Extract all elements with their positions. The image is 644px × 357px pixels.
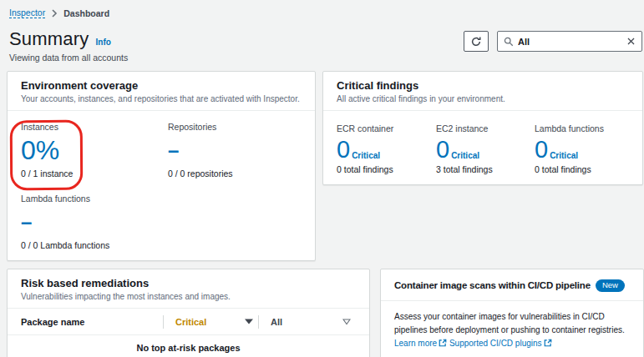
metric-value-row: 0 Critical xyxy=(337,137,436,162)
severity-label: Critical xyxy=(550,151,578,162)
card-description: All active critical findings in your env… xyxy=(337,94,629,103)
info-link[interactable]: Info xyxy=(96,38,111,47)
metric-value: 0 xyxy=(337,137,350,162)
metric-value: 0% xyxy=(21,134,168,166)
metric-detail: 0 / 0 Lambda functions xyxy=(21,240,168,250)
metric-detail: 3 total findings xyxy=(436,164,535,174)
card-title: Risk based remediations xyxy=(21,277,356,289)
metric-value-row: 0 Critical xyxy=(436,137,535,162)
chevron-down-outline-icon xyxy=(342,319,351,325)
card-title: Critical findings xyxy=(337,79,629,92)
search-icon xyxy=(504,37,514,47)
metric-label: ECR container xyxy=(337,123,436,133)
critical-findings-header: Critical findings All active critical fi… xyxy=(323,72,642,111)
metric-label: Repositories xyxy=(168,122,302,132)
metric-value: – xyxy=(21,206,168,238)
metric-label: Instances xyxy=(21,122,168,132)
critical-findings-card: Critical findings All active critical fi… xyxy=(322,71,643,185)
page-title: Summary xyxy=(9,28,89,50)
learn-more-label: Learn more xyxy=(394,339,437,348)
metric-value: – xyxy=(168,134,302,166)
card-description: Your accounts, instances, and repositori… xyxy=(21,94,302,103)
new-badge: New xyxy=(596,279,625,292)
external-link-icon xyxy=(439,339,447,347)
title-row: Summary Info xyxy=(9,28,111,50)
inspector-dashboard-page: Inspector Dashboard Summary Info Viewing… xyxy=(0,0,644,357)
metric-value-row: 0 Critical xyxy=(535,137,629,162)
breadcrumb-current: Dashboard xyxy=(63,8,109,18)
package-name-column-header: Package name xyxy=(21,317,163,327)
supported-plugins-label: Supported CI/CD plugins xyxy=(449,339,542,348)
metric-label: Lambda functions xyxy=(535,123,629,133)
metric-ec2-instance: EC2 instance 0 Critical 3 total findings xyxy=(436,123,535,174)
breadcrumb: Inspector Dashboard xyxy=(9,8,109,18)
metric-ecr-container: ECR container 0 Critical 0 total finding… xyxy=(337,123,436,174)
page-subtitle: Viewing data from all accounts xyxy=(9,53,128,63)
severity-label: Critical xyxy=(451,151,479,162)
metric-label: EC2 instance xyxy=(436,123,535,133)
breadcrumb-inspector-link[interactable]: Inspector xyxy=(9,8,45,18)
external-link-icon xyxy=(544,339,552,347)
card-title: Container image scans within CI/CD pipel… xyxy=(394,280,591,290)
breadcrumb-chevron-icon xyxy=(51,9,58,18)
metric-value: 0 xyxy=(436,137,449,162)
risk-remediations-header: Risk based remediations Vulnerabilities … xyxy=(8,269,369,309)
cicd-scans-card: Container image scans within CI/CD pipel… xyxy=(380,269,644,357)
refresh-icon xyxy=(470,36,482,48)
metric-lambda-functions: Lambda functions – 0 / 0 Lambda function… xyxy=(21,194,168,250)
search-input[interactable] xyxy=(518,37,622,47)
metric-detail: 0 total findings xyxy=(337,164,436,174)
card-description: Vulnerabilities impacting the most insta… xyxy=(21,292,356,301)
metric-detail: 0 / 0 repositories xyxy=(168,168,302,178)
environment-coverage-header: Environment coverage Your accounts, inst… xyxy=(8,72,315,111)
environment-coverage-metrics: Instances 0% 0 / 1 instance Repositories… xyxy=(8,111,315,261)
environment-coverage-card: Environment coverage Your accounts, inst… xyxy=(7,71,316,261)
metric-value: 0 xyxy=(535,137,548,162)
close-icon xyxy=(626,37,636,46)
severity-filter-value: Critical xyxy=(175,317,206,327)
learn-more-link[interactable]: Learn more xyxy=(394,339,447,348)
metric-instances: Instances 0% 0 / 1 instance xyxy=(21,122,168,178)
scope-filter-dropdown[interactable]: All xyxy=(259,317,356,327)
card-title: Environment coverage xyxy=(21,79,302,92)
chevron-down-icon xyxy=(245,319,253,324)
severity-filter-dropdown[interactable]: Critical xyxy=(164,317,258,327)
risk-remediations-card: Risk based remediations Vulnerabilities … xyxy=(7,269,370,357)
cicd-scans-body: Assess your container images for vulnera… xyxy=(381,301,643,357)
severity-label: Critical xyxy=(352,151,380,162)
cicd-description: Assess your container images for vulnera… xyxy=(394,312,625,334)
search-box xyxy=(497,31,642,52)
metric-detail: 0 total findings xyxy=(535,164,629,174)
scope-filter-value: All xyxy=(271,317,282,327)
cicd-scans-header: Container image scans within CI/CD pipel… xyxy=(381,269,643,301)
empty-table-message: No top at-risk packages xyxy=(8,335,369,357)
risk-table-header: Package name Critical All xyxy=(8,309,369,335)
refresh-button[interactable] xyxy=(464,31,489,52)
metric-label: Lambda functions xyxy=(21,194,168,204)
metric-lambda-critical: Lambda functions 0 Critical 0 total find… xyxy=(535,123,629,174)
metric-detail: 0 / 1 instance xyxy=(21,168,168,178)
metric-repositories: Repositories – 0 / 0 repositories xyxy=(168,122,302,178)
supported-plugins-link[interactable]: Supported CI/CD plugins xyxy=(449,339,552,348)
clear-search-button[interactable] xyxy=(626,37,636,46)
critical-findings-metrics: ECR container 0 Critical 0 total finding… xyxy=(323,111,642,183)
